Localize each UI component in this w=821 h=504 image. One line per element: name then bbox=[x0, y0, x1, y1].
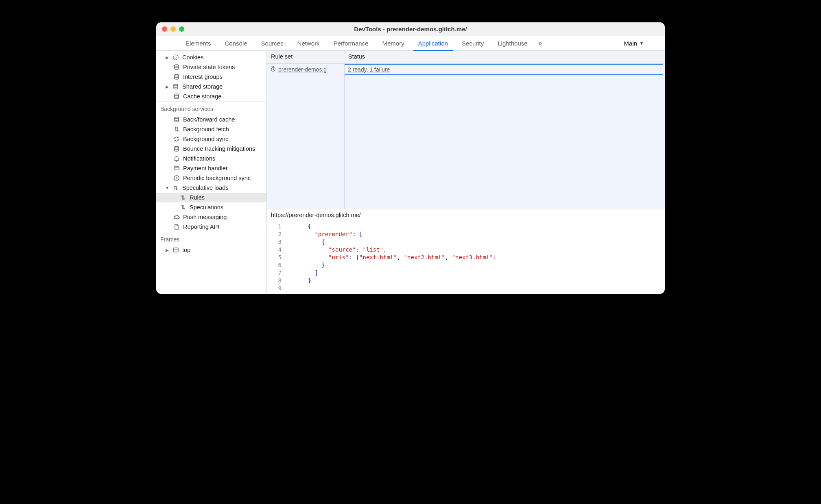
sidebar-item-cookies[interactable]: ▶ Cookies bbox=[156, 52, 266, 62]
target-selector-label: Main bbox=[624, 40, 638, 47]
sidebar-item-background-sync[interactable]: Background sync bbox=[156, 134, 266, 144]
minimize-window-button[interactable] bbox=[170, 26, 176, 32]
content-area: ▶ Cookies Private state tokens Interest … bbox=[156, 51, 665, 294]
rule-set-link[interactable]: prerender-demos.g bbox=[278, 66, 327, 73]
sidebar-item-label: top bbox=[182, 247, 190, 253]
frame-icon bbox=[172, 247, 179, 253]
transfer-icon bbox=[173, 126, 180, 133]
sidebar-item-bounce-tracking[interactable]: Bounce tracking mitigations bbox=[156, 144, 266, 154]
ruleset-table-body: prerender-demos.g 2 ready, 1 failure bbox=[267, 64, 665, 209]
sidebar-item-label: Reporting API bbox=[183, 224, 219, 230]
sidebar-item-label: Background fetch bbox=[183, 126, 229, 133]
column-header-status[interactable]: Status bbox=[344, 51, 665, 63]
ruleset-table-header: Rule set Status bbox=[267, 51, 665, 64]
sidebar-section-background-services: Background services bbox=[156, 101, 266, 115]
titlebar: DevTools - prerender-demos.glitch.me/ bbox=[156, 22, 665, 36]
target-selector[interactable]: Main ▼ bbox=[621, 40, 647, 47]
sidebar-item-payment-handler[interactable]: Payment handler bbox=[156, 163, 266, 173]
svg-point-14 bbox=[174, 84, 178, 86]
code-content[interactable]: { "prerender": [ { "source": "list", "ur… bbox=[287, 223, 496, 292]
sidebar-item-back-forward-cache[interactable]: Back/forward cache bbox=[156, 115, 266, 124]
detail-url: https://prerender-demos.glitch.me/ bbox=[267, 209, 665, 221]
column-divider[interactable] bbox=[344, 64, 345, 209]
main-toolbar: Elements Console Sources Network Perform… bbox=[156, 36, 665, 51]
document-icon bbox=[173, 224, 180, 230]
sidebar-item-label: Speculations bbox=[190, 204, 223, 211]
sidebar-item-private-state-tokens[interactable]: Private state tokens bbox=[156, 62, 266, 72]
tab-console[interactable]: Console bbox=[219, 36, 253, 50]
database-icon bbox=[173, 93, 180, 100]
bell-icon bbox=[173, 155, 180, 162]
tab-application[interactable]: Application bbox=[413, 36, 454, 50]
chevron-down-icon: ▼ bbox=[640, 41, 644, 46]
sidebar-item-cache-storage[interactable]: Cache storage bbox=[156, 91, 266, 101]
inspect-element-button[interactable] bbox=[159, 36, 164, 50]
expand-arrow-icon: ▶ bbox=[165, 55, 169, 60]
svg-point-9 bbox=[175, 56, 175, 57]
line-numbers: 1 2 3 4 5 6 7 8 9 bbox=[267, 223, 287, 292]
maximize-window-button[interactable] bbox=[179, 26, 184, 32]
sidebar-item-label: Cookies bbox=[182, 54, 203, 61]
sidebar-item-label: Payment handler bbox=[183, 165, 228, 172]
tab-performance[interactable]: Performance bbox=[328, 36, 374, 50]
svg-point-13 bbox=[175, 74, 179, 76]
status-link[interactable]: 2 ready, 1 failure bbox=[348, 66, 390, 73]
tab-elements[interactable]: Elements bbox=[180, 36, 217, 50]
sidebar-item-reporting-api[interactable]: Reporting API bbox=[156, 222, 266, 232]
application-sidebar: ▶ Cookies Private state tokens Interest … bbox=[156, 51, 267, 294]
sidebar-item-periodic-background-sync[interactable]: Periodic background sync bbox=[156, 173, 266, 183]
database-icon bbox=[173, 146, 180, 152]
sidebar-section-frames: Frames bbox=[156, 232, 266, 245]
more-tabs-button[interactable]: » bbox=[536, 39, 545, 48]
sidebar-item-interest-groups[interactable]: Interest groups bbox=[156, 72, 266, 82]
sidebar-item-speculative-loads[interactable]: ▼ Speculative loads bbox=[156, 183, 266, 193]
sidebar-item-top-frame[interactable]: ▶ top bbox=[156, 245, 266, 255]
sidebar-item-label: Periodic background sync bbox=[183, 175, 251, 181]
sidebar-item-speculations[interactable]: Speculations bbox=[156, 202, 266, 212]
close-window-button[interactable] bbox=[162, 26, 167, 32]
transfer-icon bbox=[180, 194, 186, 201]
sidebar-item-notifications[interactable]: Notifications bbox=[156, 154, 266, 163]
tab-security[interactable]: Security bbox=[456, 36, 489, 50]
device-toolbar-button[interactable] bbox=[167, 36, 172, 50]
sidebar-item-label: Cache storage bbox=[183, 93, 221, 100]
window-controls bbox=[162, 26, 184, 32]
tab-memory[interactable]: Memory bbox=[377, 36, 410, 50]
more-options-button[interactable] bbox=[657, 36, 662, 50]
clock-icon bbox=[173, 175, 180, 181]
sidebar-item-label: Shared storage bbox=[182, 83, 223, 90]
ruleset-table-row[interactable]: prerender-demos.g 2 ready, 1 failure bbox=[267, 64, 665, 75]
cell-status: 2 ready, 1 failure bbox=[344, 64, 663, 75]
collapse-arrow-icon: ▼ bbox=[165, 186, 169, 190]
sidebar-item-shared-storage[interactable]: ▶ Shared storage bbox=[156, 82, 266, 91]
expand-arrow-icon: ▶ bbox=[165, 248, 169, 252]
devtools-window: DevTools - prerender-demos.glitch.me/ El… bbox=[156, 22, 665, 294]
tab-lighthouse[interactable]: Lighthouse bbox=[492, 36, 533, 50]
svg-rect-20 bbox=[173, 248, 178, 252]
svg-point-11 bbox=[175, 58, 176, 59]
sidebar-item-label: Notifications bbox=[183, 155, 215, 162]
sidebar-item-background-fetch[interactable]: Background fetch bbox=[156, 124, 266, 134]
sidebar-item-label: Bounce tracking mitigations bbox=[183, 146, 255, 152]
svg-point-8 bbox=[173, 55, 178, 60]
tab-sources[interactable]: Sources bbox=[255, 36, 289, 50]
window-title: DevTools - prerender-demos.glitch.me/ bbox=[156, 26, 665, 33]
code-viewer: 1 2 3 4 5 6 7 8 9 { "prerender": [ { "so… bbox=[267, 221, 665, 294]
tab-network[interactable]: Network bbox=[292, 36, 325, 50]
sidebar-item-rules[interactable]: Rules bbox=[156, 193, 266, 202]
transfer-icon bbox=[180, 204, 186, 211]
timer-icon bbox=[270, 66, 276, 73]
sidebar-item-label: Push messaging bbox=[183, 214, 227, 220]
sidebar-item-label: Back/forward cache bbox=[183, 116, 235, 123]
database-icon bbox=[173, 116, 180, 123]
main-panel: Rule set Status prerender-demos.g 2 read… bbox=[267, 51, 665, 294]
svg-point-15 bbox=[175, 94, 179, 96]
sidebar-item-push-messaging[interactable]: Push messaging bbox=[156, 212, 266, 222]
svg-rect-18 bbox=[174, 167, 179, 170]
database-icon bbox=[173, 64, 180, 70]
cookie-icon bbox=[172, 54, 179, 61]
settings-button[interactable] bbox=[649, 36, 654, 50]
column-header-rule-set[interactable]: Rule set bbox=[267, 51, 344, 63]
sidebar-item-label: Private state tokens bbox=[183, 64, 235, 70]
cloud-icon bbox=[173, 214, 180, 220]
